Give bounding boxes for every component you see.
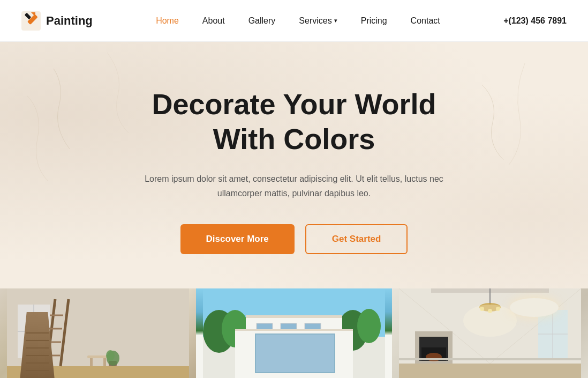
svg-rect-4 [7,288,189,378]
svg-rect-40 [399,364,581,378]
nav-link-about[interactable]: About [193,12,235,29]
gallery-item-1[interactable] [0,288,196,378]
navbar: Painting Home About Gallery Services ▾ P… [0,0,588,42]
svg-rect-34 [305,345,321,358]
chevron-down-icon: ▾ [334,17,337,24]
nav-item-home[interactable]: Home [146,16,189,26]
nav-item-services[interactable]: Services ▾ [289,12,346,30]
hero-title: Decorate Your World With Colors [152,87,436,157]
svg-point-49 [463,305,517,337]
nav-item-contact[interactable]: Contact [401,16,450,26]
svg-point-20 [106,350,115,361]
nav-link-pricing[interactable]: Pricing [351,12,397,29]
svg-rect-31 [305,323,321,337]
nav-item-about[interactable]: About [193,16,235,26]
nav-link-services[interactable]: Services ▾ [289,12,346,30]
gallery-item-2[interactable] [196,288,392,378]
nav-links: Home About Gallery Services ▾ Pricing Co… [146,12,450,30]
svg-rect-35 [282,364,306,378]
svg-point-24 [222,310,248,347]
svg-rect-17 [103,358,106,366]
svg-point-26 [357,309,381,343]
svg-rect-33 [281,345,297,358]
gallery-row [0,288,588,378]
svg-rect-36 [334,342,336,378]
svg-rect-57 [399,358,581,360]
hero-buttons: Discover More Get Started [180,224,408,254]
brand-name: Painting [46,14,93,28]
svg-rect-5 [7,366,189,378]
nav-item-pricing[interactable]: Pricing [351,16,397,26]
svg-rect-38 [330,346,340,351]
nav-link-gallery[interactable]: Gallery [239,12,285,29]
nav-link-home[interactable]: Home [146,12,189,29]
svg-rect-32 [257,345,273,358]
svg-rect-16 [90,358,93,366]
nav-item-gallery[interactable]: Gallery [239,16,285,26]
svg-rect-30 [281,323,297,337]
discover-more-button[interactable]: Discover More [180,224,295,254]
svg-rect-29 [257,323,273,337]
logo-icon [21,11,41,31]
logo-link[interactable]: Painting [21,11,93,31]
phone-number: +(123) 456 7891 [503,16,567,26]
get-started-button[interactable]: Get Started [305,224,408,254]
svg-rect-37 [330,338,340,344]
nav-link-contact[interactable]: Contact [401,12,450,29]
svg-rect-28 [246,315,342,318]
hero-subtitle: Lorem ipsum dolor sit amet, consectetur … [139,172,449,201]
gallery-image-exterior-building [196,288,392,378]
gallery-item-3[interactable] [392,288,588,378]
hero-section: Decorate Your World With Colors Lorem ip… [0,42,588,288]
gallery-image-interior-hallway [392,288,588,378]
gallery-image-interior-ladder [0,288,196,378]
svg-rect-15 [87,355,109,358]
